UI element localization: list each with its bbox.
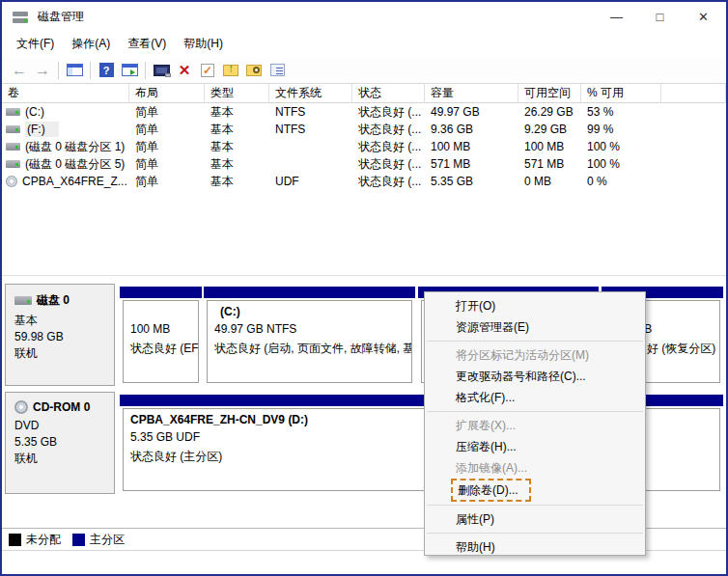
column-header-layout[interactable]: 布局 — [129, 84, 205, 103]
action-pane-icon[interactable] — [118, 59, 141, 82]
cell-free: 571 MB — [518, 155, 581, 173]
context-menu-item-delete-volume[interactable]: 删除卷(D)... — [425, 479, 645, 502]
context-menu-item-mark-active[interactable]: 将分区标记为活动分区(M) — [425, 344, 645, 366]
disk-size: 59.98 GB — [14, 329, 106, 345]
table-row[interactable]: (磁盘 0 磁盘分区 5) 简单 基本 状态良好 (... 571 MB 571… — [2, 155, 726, 173]
disk-status: 联机 — [14, 451, 106, 467]
table-row[interactable]: (磁盘 0 磁盘分区 1) 简单 基本 状态良好 (... 100 MB 100… — [2, 138, 726, 155]
context-menu-item-format[interactable]: 格式化(F)... — [425, 387, 645, 408]
volume-name: (磁盘 0 磁盘分区 1) — [25, 139, 125, 155]
disk0-header[interactable]: 磁盘 0 基本 59.98 GB 联机 — [5, 284, 115, 386]
column-header-volume[interactable]: 卷 — [2, 84, 129, 103]
back-icon[interactable]: ← — [8, 59, 31, 82]
toolbar: ← → ? ✕ ✓ ↑ — [2, 57, 726, 84]
window-title: 磁盘管理 — [38, 9, 84, 25]
cell-fs: NTFS — [269, 121, 352, 138]
cell-status: 状态良好 (... — [352, 173, 425, 190]
disk-name: 磁盘 0 — [37, 292, 70, 309]
context-menu-item-extend-volume[interactable]: 扩展卷(X)... — [425, 415, 645, 436]
column-header-empty — [661, 84, 726, 103]
context-menu-item-help[interactable]: 帮助(H) — [425, 536, 645, 556]
cell-pct: 99 % — [581, 121, 661, 138]
disk-size: 5.35 GB — [14, 434, 106, 451]
cell-fs: NTFS — [269, 103, 352, 121]
context-menu-item-open[interactable]: 打开(O) — [425, 295, 645, 316]
table-row[interactable]: (C:) 简单 基本 NTFS 状态良好 (... 49.97 GB 26.29… — [2, 103, 726, 121]
console-tree-icon[interactable] — [63, 59, 86, 82]
menu-item-file[interactable]: 文件(F) — [8, 32, 63, 56]
cell-type: 基本 — [205, 155, 269, 173]
delete-volume-annotation: 删除卷(D)... — [451, 479, 531, 502]
folder-search-icon[interactable] — [242, 59, 266, 82]
menu-item-help[interactable]: 帮助(H) — [175, 32, 232, 56]
help-icon[interactable]: ? — [95, 59, 118, 82]
column-header-type[interactable]: 类型 — [205, 84, 269, 103]
cell-capacity: 100 MB — [425, 138, 518, 155]
cell-status: 状态良好 (... — [352, 121, 425, 138]
partition-name: (C:) — [214, 305, 411, 322]
disk-icon — [6, 125, 20, 133]
table-row[interactable]: CPBA_X64FRE_Z... 简单 基本 UDF 状态良好 (... 5.3… — [2, 173, 726, 190]
column-header-status[interactable]: 状态 — [352, 84, 425, 103]
column-header-free-space[interactable]: 可用空间 — [518, 84, 581, 103]
column-header-filesystem[interactable]: 文件系统 — [269, 84, 352, 103]
column-header-pct-free[interactable]: % 可用 — [581, 84, 661, 103]
cell-status: 状态良好 (... — [352, 138, 425, 155]
menu-bar: 文件(F) 操作(A) 查看(V) 帮助(H) — [2, 31, 726, 57]
legend-primary-partition: 主分区 — [72, 532, 125, 548]
disk-management-window: 磁盘管理 — □ ✕ 文件(F) 操作(A) 查看(V) 帮助(H) ← → ?… — [0, 0, 728, 576]
monitor-icon[interactable] — [150, 59, 173, 82]
cell-pct: 53 % — [581, 103, 661, 121]
maximize-button[interactable]: □ — [638, 2, 682, 31]
disk-status: 联机 — [14, 345, 106, 362]
volume-list: 卷 布局 类型 文件系统 状态 容量 可用空间 % 可用 (C:) 简单 基本 … — [2, 84, 726, 275]
context-menu-item-explorer[interactable]: 资源管理器(E) — [425, 316, 645, 338]
cell-layout: 简单 — [129, 138, 205, 155]
cell-pct: 100 % — [581, 155, 661, 173]
partition-status: 状态良好 (EFI — [130, 341, 198, 359]
cell-pct: 0 % — [581, 173, 661, 190]
disk-icon — [14, 296, 32, 305]
check-icon[interactable]: ✓ — [196, 59, 219, 82]
partition-size: 49.97 GB NTFS — [214, 322, 411, 341]
disk-name: CD-ROM 0 — [33, 400, 90, 414]
toolbar-separator — [58, 62, 59, 79]
cell-free: 9.29 GB — [518, 121, 581, 138]
cd-icon — [14, 400, 28, 414]
cell-fs: UDF — [269, 173, 352, 190]
delete-x-icon[interactable]: ✕ — [173, 59, 196, 82]
cell-type: 基本 — [205, 103, 269, 121]
cell-capacity: 5.35 GB — [425, 173, 518, 190]
cell-capacity: 49.97 GB — [425, 103, 518, 121]
context-menu: 打开(O) 资源管理器(E) 将分区标记为活动分区(M) 更改驱动器号和路径(C… — [424, 291, 646, 556]
title-bar: 磁盘管理 — □ ✕ — [2, 2, 726, 31]
cell-status: 状态良好 (... — [352, 103, 425, 121]
context-menu-item-shrink-volume[interactable]: 压缩卷(H)... — [425, 436, 645, 457]
cell-fs — [269, 138, 352, 155]
menu-item-view[interactable]: 查看(V) — [119, 32, 175, 56]
context-menu-item-properties[interactable]: 属性(P) — [425, 508, 645, 530]
cell-free: 26.29 GB — [518, 103, 581, 121]
partition-c[interactable]: (C:) 49.97 GB NTFS 状态良好 (启动, 页面文件, 故障转储,… — [204, 284, 415, 386]
partition-efi[interactable]: 100 MB 状态良好 (EFI — [120, 284, 202, 386]
legend-unallocated: 未分配 — [9, 532, 61, 548]
context-menu-item-change-drive-letter[interactable]: 更改驱动器号和路径(C)... — [425, 366, 645, 387]
table-row[interactable]: (F:) 简单 基本 NTFS 状态良好 (... 9.36 GB 9.29 G… — [2, 121, 726, 138]
menu-separator — [427, 533, 643, 534]
volume-name: CPBA_X64FRE_Z... — [22, 175, 127, 188]
minimize-button[interactable]: — — [595, 2, 638, 31]
forward-icon[interactable]: → — [31, 59, 54, 82]
cell-layout: 简单 — [129, 103, 205, 121]
close-button[interactable]: ✕ — [682, 2, 725, 31]
partition-strip — [120, 287, 202, 298]
disk-type: 基本 — [14, 313, 106, 329]
column-header-capacity[interactable]: 容量 — [425, 84, 518, 103]
checklist-icon[interactable] — [266, 59, 289, 82]
menu-item-action[interactable]: 操作(A) — [63, 32, 119, 56]
cell-type: 基本 — [205, 121, 269, 138]
folder-up-icon[interactable]: ↑ — [219, 59, 242, 82]
disk-icon — [6, 160, 20, 168]
context-menu-item-add-mirror[interactable]: 添加镜像(A)... — [425, 457, 645, 479]
cdrom0-header[interactable]: CD-ROM 0 DVD 5.35 GB 联机 — [5, 392, 115, 494]
menu-separator — [427, 341, 643, 342]
